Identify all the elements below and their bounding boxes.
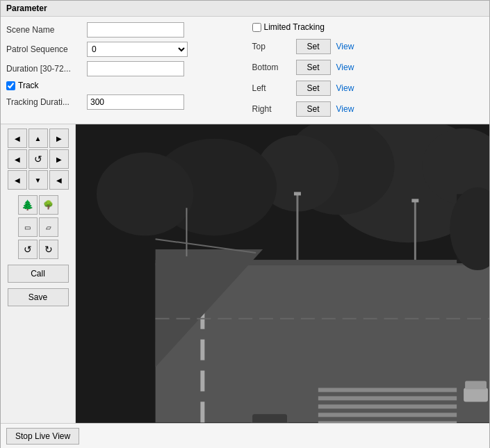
bottom-set-button[interactable]: Set — [296, 60, 331, 75]
bottom-section: ◀ ▲ ▶ ◀ ↺ ▶ ◀ ▼ ◀ 🌲 🌳 ▭ ▱ — [1, 124, 489, 423]
parameter-header: Parameter — [1, 1, 489, 17]
duration-row: Duration [30-72... — [6, 61, 238, 76]
right-label: Right — [252, 104, 291, 114]
patrol-sequence-select[interactable]: 0 1 2 3 — [87, 42, 188, 57]
svg-rect-10 — [200, 340, 204, 360]
save-button[interactable]: Save — [8, 288, 69, 306]
left-params: Scene Name Patrol Sequence 0 1 2 3 Durat… — [6, 22, 238, 118]
bottom-bar: Stop Live View — [1, 423, 489, 448]
call-button[interactable]: Call — [8, 265, 69, 283]
right-set-button[interactable]: Set — [296, 101, 331, 117]
svg-rect-12 — [200, 401, 204, 422]
arrow-grid: ◀ ▲ ▶ ◀ ↺ ▶ ◀ ▼ ◀ — [8, 128, 69, 190]
limited-tracking-checkbox[interactable] — [252, 23, 261, 32]
patrol-sequence-label: Patrol Sequence — [6, 44, 83, 54]
svg-rect-16 — [318, 413, 457, 417]
svg-rect-27 — [465, 381, 487, 389]
top-row: Top Set View — [252, 39, 484, 54]
bottom-row: Bottom Set View — [252, 60, 484, 75]
svg-rect-11 — [200, 371, 204, 392]
video-scene: ↓ ↙ — [76, 124, 489, 423]
controls-panel: ◀ ▲ ▶ ◀ ↺ ▶ ◀ ▼ ◀ 🌲 🌳 ▭ ▱ — [1, 124, 76, 423]
svg-rect-17 — [318, 421, 457, 423]
track-row: Track — [6, 81, 238, 90]
svg-rect-31 — [156, 260, 489, 265]
top-label: Top — [252, 42, 291, 51]
rotate-row: ↺ ↻ — [18, 240, 58, 259]
left-view-link[interactable]: View — [336, 83, 354, 93]
header-title: Parameter — [6, 3, 47, 13]
up-left-button[interactable]: ◀ — [8, 128, 27, 148]
scene-name-input[interactable] — [87, 22, 184, 38]
svg-rect-22 — [411, 199, 418, 202]
frame-row: ▭ ▱ — [18, 217, 58, 237]
duration-label: Duration [30-72... — [6, 64, 83, 74]
zoom-out-button[interactable]: 🌳 — [39, 195, 58, 215]
limited-tracking-label: Limited Tracking — [264, 22, 325, 32]
zoom-in-button[interactable]: 🌲 — [18, 195, 38, 215]
tracking-duration-row: Tracking Durati... — [6, 94, 238, 110]
limited-tracking-row: Limited Tracking — [252, 22, 484, 32]
params-section: Scene Name Patrol Sequence 0 1 2 3 Durat… — [1, 17, 489, 124]
up-right-button[interactable]: ▶ — [49, 128, 69, 148]
down-right-button[interactable]: ◀ — [49, 170, 69, 190]
svg-point-5 — [97, 153, 194, 236]
left-set-button[interactable]: Set — [296, 81, 331, 96]
svg-rect-13 — [318, 388, 457, 392]
right-view-link[interactable]: View — [336, 104, 354, 114]
svg-rect-25 — [252, 414, 287, 423]
zoom-row: 🌲 🌳 — [18, 195, 58, 215]
tracking-duration-label: Tracking Durati... — [6, 97, 83, 107]
svg-rect-14 — [318, 396, 457, 400]
rotate-ccw-button[interactable]: ↺ — [18, 240, 38, 259]
top-view-link[interactable]: View — [336, 42, 354, 51]
stop-live-view-button[interactable]: Stop Live View — [6, 428, 79, 445]
right-row: Right Set View — [252, 101, 484, 117]
patrol-sequence-row: Patrol Sequence 0 1 2 3 — [6, 42, 238, 57]
track-checkbox[interactable] — [6, 81, 15, 90]
right-button[interactable]: ▶ — [49, 149, 69, 169]
right-params: Limited Tracking Top Set View Bottom Set… — [252, 22, 484, 118]
main-container: Parameter Scene Name Patrol Sequence 0 1… — [0, 0, 490, 448]
center-button[interactable]: ↺ — [28, 149, 48, 169]
left-button[interactable]: ◀ — [8, 149, 27, 169]
scene-name-row: Scene Name — [6, 22, 238, 38]
track-label: Track — [18, 81, 39, 90]
bottom-label: Bottom — [252, 63, 291, 72]
svg-rect-20 — [294, 192, 301, 195]
up-button[interactable]: ▲ — [28, 128, 48, 148]
left-row: Left Set View — [252, 81, 484, 96]
video-panel: ↓ ↙ — [76, 124, 489, 423]
down-button[interactable]: ▼ — [28, 170, 48, 190]
top-set-button[interactable]: Set — [296, 39, 331, 54]
frame-1-button[interactable]: ▭ — [18, 217, 38, 237]
svg-rect-26 — [464, 388, 488, 401]
scene-name-label: Scene Name — [6, 25, 83, 35]
rotate-cw-button[interactable]: ↻ — [39, 240, 58, 259]
duration-input[interactable] — [87, 61, 184, 76]
left-label: Left — [252, 83, 291, 93]
tracking-duration-input[interactable] — [87, 94, 184, 110]
svg-rect-15 — [318, 404, 457, 408]
frame-2-button[interactable]: ▱ — [39, 217, 58, 237]
down-left-button[interactable]: ◀ — [8, 170, 27, 190]
bottom-view-link[interactable]: View — [336, 63, 354, 72]
